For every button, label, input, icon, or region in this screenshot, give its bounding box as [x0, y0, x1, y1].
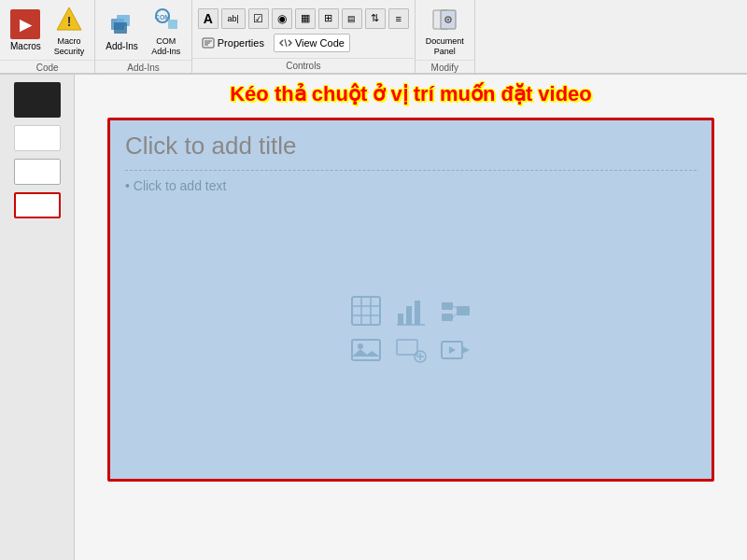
sidebar-white-box-1 — [14, 125, 61, 151]
svg-rect-17 — [352, 297, 380, 325]
svg-rect-24 — [415, 301, 420, 325]
sidebar-red-box — [14, 192, 61, 218]
checkbox-icon[interactable]: ☑ — [248, 8, 269, 29]
svg-rect-22 — [398, 314, 403, 325]
insert-video-icon[interactable] — [439, 333, 472, 367]
code-icon — [279, 36, 292, 49]
svg-point-16 — [447, 19, 449, 21]
addins-group-label: Add-Ins — [95, 60, 190, 75]
svg-rect-27 — [442, 314, 453, 321]
com-add-ins-button[interactable]: COM COMAdd-Ins — [147, 2, 186, 60]
macro-security-label: MacroSecurity — [54, 36, 85, 57]
document-panel-icon — [431, 7, 458, 33]
svg-point-32 — [358, 343, 363, 349]
spin-icon[interactable]: ⇅ — [365, 8, 386, 29]
instruction-text: Kéo thả chuột ở vị trí muốn đặt video — [230, 82, 592, 106]
insert-picture-icon[interactable] — [349, 333, 383, 367]
icons-row-1 — [349, 294, 472, 328]
add-ins-button[interactable]: Add-Ins — [101, 7, 142, 54]
slide-text-placeholder[interactable]: • Click to add text — [125, 178, 697, 193]
ribbon-group-modify: DocumentPanel Modify — [416, 0, 475, 73]
slide-inner: Click to add title • Click to add text — [110, 120, 712, 479]
sidebar-white-box-2 — [14, 159, 61, 185]
properties-label: Properties — [218, 37, 264, 49]
slide-container[interactable]: Click to add title • Click to add text — [107, 118, 714, 482]
svg-rect-4 — [114, 22, 127, 34]
insert-smartart-icon[interactable] — [439, 294, 472, 328]
document-panel-label: DocumentPanel — [426, 36, 464, 57]
slide-title-placeholder[interactable]: Click to add title — [125, 132, 697, 171]
svg-line-29 — [453, 306, 457, 308]
listbox-icon[interactable]: ▦ — [295, 8, 316, 29]
modify-group-label: Modify — [416, 60, 474, 75]
view-code-label: View Code — [295, 37, 345, 49]
svg-marker-38 — [462, 346, 470, 354]
macros-label: Macros — [10, 41, 41, 51]
controls-group-label: Controls — [192, 58, 415, 73]
macro-security-button[interactable]: ! MacroSecurity — [49, 2, 90, 60]
add-ins-label: Add-Ins — [106, 41, 137, 51]
content-area: Kéo thả chuột ở vị trí muốn đặt video Cl… — [75, 75, 747, 560]
svg-text:!: ! — [67, 14, 72, 29]
svg-rect-31 — [352, 340, 380, 360]
svg-rect-7 — [168, 20, 177, 29]
ribbon-group-code: ▶ Macros ! MacroSecurity Code — [0, 0, 95, 73]
textbox-icon[interactable]: ab| — [221, 8, 246, 29]
ribbon-group-addins: Add-Ins COM COMAdd-Ins Add-Ins — [95, 0, 191, 73]
icons-row-2 — [349, 333, 472, 367]
main-area: Kéo thả chuột ở vị trí muốn đặt video Cl… — [0, 75, 747, 560]
svg-rect-28 — [457, 306, 470, 315]
scrollbar-icon[interactable]: ≡ — [388, 8, 409, 29]
insert-table-icon[interactable] — [349, 294, 383, 328]
properties-icon — [202, 36, 215, 49]
svg-rect-26 — [442, 302, 453, 310]
combobox-icon[interactable]: ⊞ — [318, 8, 339, 29]
text-icon[interactable]: A — [198, 8, 218, 29]
view-code-button[interactable]: View Code — [274, 34, 350, 52]
macros-button[interactable]: ▶ Macros — [6, 7, 46, 54]
insert-online-picture-icon[interactable] — [394, 333, 428, 367]
properties-button[interactable]: Properties — [198, 35, 268, 51]
radio-icon[interactable]: ◉ — [272, 8, 292, 29]
svg-line-12 — [285, 39, 287, 47]
document-panel-button[interactable]: DocumentPanel — [421, 2, 469, 60]
toggle-icon[interactable]: ▤ — [342, 8, 362, 29]
insert-chart-icon[interactable] — [394, 294, 428, 328]
svg-rect-23 — [406, 306, 412, 325]
svg-marker-39 — [449, 346, 456, 354]
sidebar-black-box — [14, 82, 61, 118]
ribbon-group-controls: A ab| ☑ ◉ ▦ ⊞ ▤ ⇅ ≡ — [192, 0, 416, 73]
slide-icons-area — [125, 193, 697, 468]
svg-rect-33 — [397, 340, 417, 355]
ribbon: ▶ Macros ! MacroSecurity Code — [0, 0, 747, 75]
left-sidebar — [0, 75, 75, 560]
com-add-ins-label: COMAdd-Ins — [151, 36, 180, 57]
svg-text:COM: COM — [155, 14, 171, 21]
svg-line-30 — [453, 314, 457, 317]
code-group-label: Code — [0, 60, 94, 75]
